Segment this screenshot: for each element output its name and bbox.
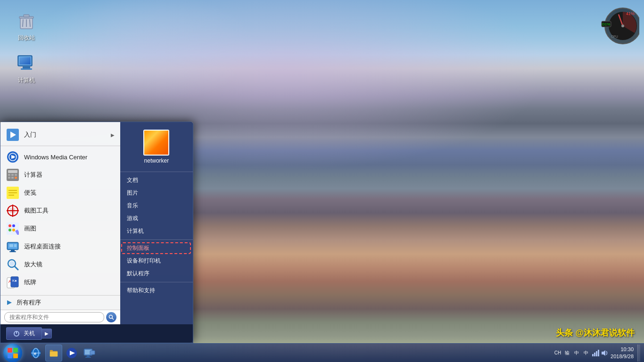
network-icon <box>592 349 599 357</box>
calculator-icon <box>6 168 19 181</box>
svg-rect-52 <box>9 244 13 247</box>
recycle-bin-label: 回收站 <box>18 34 35 42</box>
svg-line-5 <box>30 19 30 27</box>
tray-ch[interactable]: CH <box>554 349 561 357</box>
right-item-computer[interactable]: 计算机 <box>120 225 193 238</box>
start-item-solitaire[interactable]: A♥ K♠ 纸牌 <box>0 273 120 291</box>
right-item-games[interactable]: 游戏 <box>120 212 193 225</box>
svg-rect-27 <box>8 170 17 173</box>
speaker-icon <box>601 349 609 357</box>
notepad-label: 便笺 <box>24 189 36 197</box>
search-icon <box>108 314 114 320</box>
taskbar-ie[interactable]: e <box>27 345 44 362</box>
default-programs-label: 默认程序 <box>127 270 149 278</box>
right-item-control-panel[interactable]: 控制面板 <box>120 242 193 255</box>
svg-point-15 <box>621 25 624 27</box>
start-menu-right: networker 文档 图片 音乐 游戏 计算机 <box>120 122 193 324</box>
tray-input[interactable]: 输 <box>563 349 571 357</box>
start-menu-items: 入门 ▶ <box>0 122 120 295</box>
start-item-paint[interactable]: 画图 <box>0 220 120 238</box>
svg-rect-81 <box>90 351 95 354</box>
ie-icon: e <box>30 347 42 359</box>
all-programs-icon <box>6 299 13 306</box>
separator-1 <box>0 146 120 146</box>
svg-rect-28 <box>8 174 10 176</box>
svg-rect-9 <box>23 66 30 68</box>
svg-rect-83 <box>594 353 595 356</box>
right-divider-mid <box>120 239 193 240</box>
rdp-icon <box>6 240 19 253</box>
svg-rect-30 <box>15 174 17 176</box>
start-item-wmc[interactable]: Windows Media Center <box>0 148 120 166</box>
start-item-notepad[interactable]: 便笺 <box>0 184 120 202</box>
svg-rect-10 <box>21 68 32 70</box>
tray-zh2[interactable]: 中 <box>582 349 590 357</box>
right-item-pictures[interactable]: 图片 <box>120 187 193 199</box>
start-item-magnifier[interactable]: 放大镜 <box>0 255 120 273</box>
snip-label: 截图工具 <box>24 206 49 215</box>
taskbar-display-switch[interactable] <box>81 345 98 362</box>
media-player-icon <box>66 347 78 359</box>
svg-point-44 <box>12 224 15 227</box>
right-divider-top <box>120 172 193 172</box>
svg-rect-74 <box>50 351 58 356</box>
search-button[interactable] <box>106 312 116 322</box>
system-tray: CH 输 中 中 10:3 <box>554 345 644 362</box>
svg-rect-33 <box>15 177 17 179</box>
tray-datetime[interactable]: 10:30 2018/9/28 <box>611 346 634 360</box>
svg-point-62 <box>109 315 112 319</box>
svg-rect-67 <box>13 348 18 353</box>
svg-rect-66 <box>8 348 12 353</box>
svg-rect-41 <box>10 208 15 213</box>
start-item-calculator[interactable]: 计算器 <box>0 166 120 184</box>
svg-rect-2 <box>24 15 29 17</box>
magnifier-icon <box>6 258 19 271</box>
svg-rect-84 <box>596 351 597 356</box>
tray-network-icon[interactable] <box>592 349 599 357</box>
svg-line-3 <box>23 19 23 27</box>
svg-rect-68 <box>8 354 12 358</box>
all-programs-button[interactable]: 所有程序 <box>0 295 120 310</box>
right-item-help[interactable]: 帮助和支持 <box>120 284 193 297</box>
rdp-label: 远程桌面连接 <box>24 242 61 251</box>
user-name-label: networker <box>144 157 169 164</box>
right-item-documents[interactable]: 文档 <box>120 174 193 187</box>
windows-logo-icon <box>7 347 18 359</box>
right-item-music[interactable]: 音乐 <box>120 199 193 212</box>
help-label: 帮助和支持 <box>127 287 155 295</box>
svg-rect-31 <box>8 177 10 179</box>
tray-volume-icon[interactable] <box>601 349 609 357</box>
svg-rect-32 <box>11 177 14 179</box>
taskbar-media-player[interactable] <box>63 345 80 362</box>
system-monitor[interactable]: 41% CPU D1% <box>597 5 639 47</box>
right-item-devices[interactable]: 设备和打印机 <box>120 255 193 267</box>
svg-rect-85 <box>598 350 599 356</box>
taskbar-folder[interactable] <box>45 345 62 362</box>
start-menu-bottom: 关机 ▶ <box>0 324 193 343</box>
shutdown-arrow-button[interactable]: ▶ <box>42 329 52 338</box>
desktop-icon-computer[interactable]: 计算机 <box>9 52 43 84</box>
solitaire-icon: A♥ K♠ <box>6 276 19 289</box>
svg-rect-51 <box>9 251 16 252</box>
start-button[interactable] <box>0 344 25 362</box>
start-item-snip[interactable]: 截图工具 <box>0 202 120 220</box>
start-orb <box>3 344 22 362</box>
shutdown-button[interactable]: 关机 <box>6 327 42 340</box>
right-item-default-programs[interactable]: 默认程序 <box>120 267 193 280</box>
tray-zh[interactable]: 中 <box>573 349 580 357</box>
sticky-notes-icon <box>6 186 19 199</box>
user-avatar[interactable] <box>143 130 169 156</box>
intro-arrow: ▶ <box>111 132 115 138</box>
start-search-bar <box>0 310 120 324</box>
desktop-icon-recycle[interactable]: 回收站 <box>9 9 43 42</box>
start-item-intro[interactable]: 入门 ▶ <box>0 126 120 144</box>
svg-text:K♠: K♠ <box>12 279 17 283</box>
show-desktop-button[interactable] <box>637 345 640 362</box>
svg-text:41%: 41% <box>626 11 635 16</box>
start-item-rdp[interactable]: 远程桌面连接 <box>0 238 120 255</box>
svg-rect-80 <box>85 357 91 358</box>
music-label: 音乐 <box>127 202 138 210</box>
pictures-label: 图片 <box>127 189 138 197</box>
search-input[interactable] <box>4 312 104 322</box>
avatar-image <box>144 131 168 155</box>
